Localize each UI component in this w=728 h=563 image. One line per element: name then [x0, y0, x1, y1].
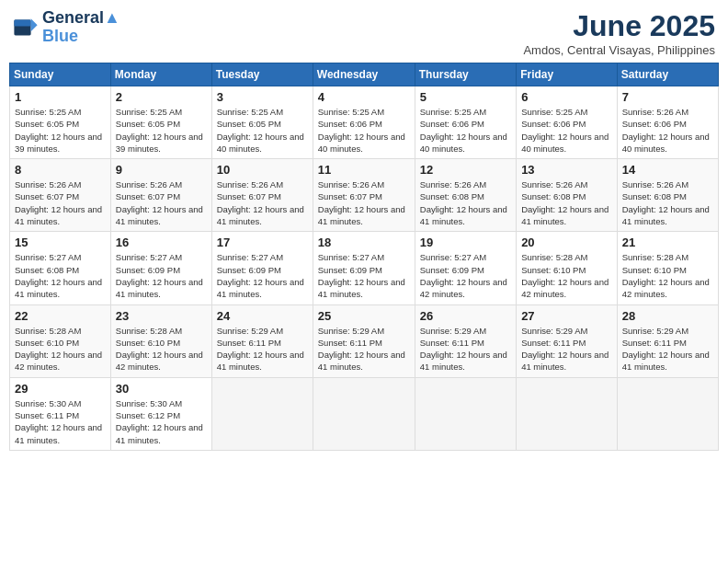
table-row: 7 Sunrise: 5:26 AM Sunset: 6:06 PM Dayli…: [617, 86, 718, 159]
day-number: 20: [521, 236, 612, 249]
calendar-week-1: 1 Sunrise: 5:25 AM Sunset: 6:05 PM Dayli…: [10, 86, 719, 159]
day-info: Sunrise: 5:25 AM Sunset: 6:05 PM Dayligh…: [217, 106, 308, 155]
table-row: [617, 377, 718, 450]
day-info: Sunrise: 5:26 AM Sunset: 6:06 PM Dayligh…: [622, 106, 713, 155]
day-info: Sunrise: 5:25 AM Sunset: 6:06 PM Dayligh…: [521, 106, 612, 155]
col-friday: Friday: [517, 63, 618, 86]
day-info: Sunrise: 5:29 AM Sunset: 6:11 PM Dayligh…: [420, 325, 511, 373]
col-sunday: Sunday: [10, 63, 111, 86]
day-number: 11: [318, 163, 410, 177]
table-row: 9 Sunrise: 5:26 AM Sunset: 6:07 PM Dayli…: [110, 159, 211, 232]
day-info: Sunrise: 5:26 AM Sunset: 6:07 PM Dayligh…: [116, 178, 207, 227]
table-row: 13 Sunrise: 5:26 AM Sunset: 6:08 PM Dayl…: [517, 159, 618, 232]
table-row: 21 Sunrise: 5:28 AM Sunset: 6:10 PM Dayl…: [617, 232, 718, 304]
day-number: 9: [116, 163, 207, 177]
table-row: 18 Sunrise: 5:27 AM Sunset: 6:09 PM Dayl…: [313, 232, 415, 304]
title-block: June 2025 Amdos, Central Visayas, Philip…: [523, 9, 715, 57]
calendar-week-5: 29 Sunrise: 5:30 AM Sunset: 6:11 PM Dayl…: [10, 377, 719, 450]
day-number: 12: [420, 163, 511, 177]
col-monday: Monday: [110, 63, 211, 86]
day-info: Sunrise: 5:26 AM Sunset: 6:08 PM Dayligh…: [420, 178, 511, 227]
day-info: Sunrise: 5:25 AM Sunset: 6:06 PM Dayligh…: [318, 106, 410, 155]
table-row: 28 Sunrise: 5:29 AM Sunset: 6:11 PM Dayl…: [617, 304, 718, 377]
day-number: 17: [217, 236, 308, 249]
day-info: Sunrise: 5:27 AM Sunset: 6:09 PM Dayligh…: [116, 251, 207, 300]
day-number: 23: [116, 309, 207, 323]
day-info: Sunrise: 5:29 AM Sunset: 6:11 PM Dayligh…: [521, 325, 612, 373]
table-row: 11 Sunrise: 5:26 AM Sunset: 6:07 PM Dayl…: [313, 159, 415, 232]
table-row: 4 Sunrise: 5:25 AM Sunset: 6:06 PM Dayli…: [313, 86, 415, 159]
location-subtitle: Amdos, Central Visayas, Philippines: [523, 43, 715, 57]
day-number: 26: [420, 309, 511, 323]
table-row: 27 Sunrise: 5:29 AM Sunset: 6:11 PM Dayl…: [517, 304, 618, 377]
col-tuesday: Tuesday: [211, 63, 313, 86]
month-year-title: June 2025: [523, 9, 715, 43]
table-row: 14 Sunrise: 5:26 AM Sunset: 6:08 PM Dayl…: [617, 159, 718, 232]
day-info: Sunrise: 5:26 AM Sunset: 6:07 PM Dayligh…: [318, 178, 410, 227]
table-row: 3 Sunrise: 5:25 AM Sunset: 6:05 PM Dayli…: [211, 86, 313, 159]
table-row: 24 Sunrise: 5:29 AM Sunset: 6:11 PM Dayl…: [211, 304, 313, 377]
day-number: 29: [15, 382, 106, 396]
day-number: 27: [521, 309, 612, 323]
table-row: 15 Sunrise: 5:27 AM Sunset: 6:08 PM Dayl…: [10, 232, 111, 304]
calendar-week-2: 8 Sunrise: 5:26 AM Sunset: 6:07 PM Dayli…: [10, 159, 719, 232]
day-info: Sunrise: 5:25 AM Sunset: 6:06 PM Dayligh…: [420, 106, 511, 155]
calendar-header-row: Sunday Monday Tuesday Wednesday Thursday…: [10, 63, 719, 86]
day-info: Sunrise: 5:28 AM Sunset: 6:10 PM Dayligh…: [116, 325, 207, 373]
table-row: 5 Sunrise: 5:25 AM Sunset: 6:06 PM Dayli…: [415, 86, 516, 159]
day-number: 24: [217, 309, 308, 323]
table-row: 6 Sunrise: 5:25 AM Sunset: 6:06 PM Dayli…: [517, 86, 618, 159]
day-info: Sunrise: 5:26 AM Sunset: 6:08 PM Dayligh…: [622, 178, 713, 227]
day-number: 8: [15, 163, 106, 177]
day-number: 13: [521, 163, 612, 177]
day-number: 3: [217, 90, 308, 104]
table-row: 2 Sunrise: 5:25 AM Sunset: 6:05 PM Dayli…: [110, 86, 211, 159]
day-info: Sunrise: 5:25 AM Sunset: 6:05 PM Dayligh…: [116, 106, 207, 155]
calendar-week-4: 22 Sunrise: 5:28 AM Sunset: 6:10 PM Dayl…: [10, 304, 719, 377]
header: General▲ Blue June 2025 Amdos, Central V…: [9, 9, 719, 57]
day-number: 6: [521, 90, 612, 104]
table-row: 25 Sunrise: 5:29 AM Sunset: 6:11 PM Dayl…: [313, 304, 415, 377]
logo-text: General▲ Blue: [42, 9, 120, 46]
table-row: 30 Sunrise: 5:30 AM Sunset: 6:12 PM Dayl…: [110, 377, 211, 450]
day-number: 21: [622, 236, 713, 249]
day-number: 15: [15, 236, 106, 249]
day-info: Sunrise: 5:28 AM Sunset: 6:10 PM Dayligh…: [622, 251, 713, 300]
col-thursday: Thursday: [415, 63, 516, 86]
day-info: Sunrise: 5:27 AM Sunset: 6:08 PM Dayligh…: [15, 251, 106, 300]
day-number: 10: [217, 163, 308, 177]
day-info: Sunrise: 5:29 AM Sunset: 6:11 PM Dayligh…: [622, 325, 713, 373]
day-info: Sunrise: 5:26 AM Sunset: 6:07 PM Dayligh…: [15, 178, 106, 227]
calendar-table: Sunday Monday Tuesday Wednesday Thursday…: [9, 63, 719, 451]
day-info: Sunrise: 5:26 AM Sunset: 6:08 PM Dayligh…: [521, 178, 612, 227]
day-number: 22: [15, 309, 106, 323]
svg-rect-1: [14, 19, 30, 26]
day-number: 16: [116, 236, 207, 249]
day-number: 19: [420, 236, 511, 249]
day-number: 2: [116, 90, 207, 104]
day-number: 30: [116, 382, 207, 396]
day-info: Sunrise: 5:28 AM Sunset: 6:10 PM Dayligh…: [15, 325, 106, 373]
day-number: 4: [318, 90, 410, 104]
day-number: 1: [15, 90, 106, 104]
table-row: [211, 377, 313, 450]
day-number: 7: [622, 90, 713, 104]
table-row: 17 Sunrise: 5:27 AM Sunset: 6:09 PM Dayl…: [211, 232, 313, 304]
day-info: Sunrise: 5:29 AM Sunset: 6:11 PM Dayligh…: [318, 325, 410, 373]
day-number: 5: [420, 90, 511, 104]
table-row: 22 Sunrise: 5:28 AM Sunset: 6:10 PM Dayl…: [10, 304, 111, 377]
table-row: [313, 377, 415, 450]
day-info: Sunrise: 5:30 AM Sunset: 6:11 PM Dayligh…: [15, 397, 106, 446]
col-saturday: Saturday: [617, 63, 718, 86]
table-row: 29 Sunrise: 5:30 AM Sunset: 6:11 PM Dayl…: [10, 377, 111, 450]
calendar-week-3: 15 Sunrise: 5:27 AM Sunset: 6:08 PM Dayl…: [10, 232, 719, 304]
table-row: 12 Sunrise: 5:26 AM Sunset: 6:08 PM Dayl…: [415, 159, 516, 232]
day-info: Sunrise: 5:29 AM Sunset: 6:11 PM Dayligh…: [217, 325, 308, 373]
col-wednesday: Wednesday: [313, 63, 415, 86]
day-number: 28: [622, 309, 713, 323]
table-row: [415, 377, 516, 450]
day-info: Sunrise: 5:25 AM Sunset: 6:05 PM Dayligh…: [15, 106, 106, 155]
day-number: 25: [318, 309, 410, 323]
table-row: 23 Sunrise: 5:28 AM Sunset: 6:10 PM Dayl…: [110, 304, 211, 377]
day-info: Sunrise: 5:26 AM Sunset: 6:07 PM Dayligh…: [217, 178, 308, 227]
